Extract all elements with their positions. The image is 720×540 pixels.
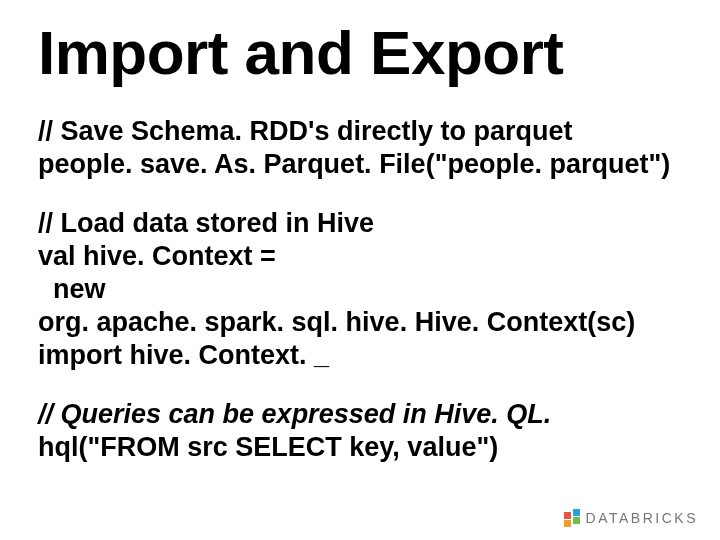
comment-line: // Save Schema. RDD's directly to parque…	[38, 115, 690, 148]
slide-title: Import and Export	[38, 20, 690, 85]
code-block-2: // Load data stored in Hive val hive. Co…	[38, 207, 690, 372]
comment-line: // Load data stored in Hive	[38, 207, 690, 240]
code-line: org. apache. spark. sql. hive. Hive. Con…	[38, 306, 690, 339]
comment-line: // Queries can be expressed in Hive. QL.	[38, 398, 690, 431]
code-line: val hive. Context =	[38, 240, 690, 273]
code-line: hql("FROM src SELECT key, value")	[38, 431, 690, 464]
code-line: new	[38, 273, 690, 306]
logo-mark-icon	[564, 510, 580, 526]
code-block-3: // Queries can be expressed in Hive. QL.…	[38, 398, 690, 464]
code-line: people. save. As. Parquet. File("people.…	[38, 148, 690, 181]
code-line: import hive. Context. _	[38, 339, 690, 372]
databricks-logo: DATABRICKS	[564, 510, 698, 526]
code-block-1: // Save Schema. RDD's directly to parque…	[38, 115, 690, 181]
logo-text: DATABRICKS	[586, 510, 698, 526]
